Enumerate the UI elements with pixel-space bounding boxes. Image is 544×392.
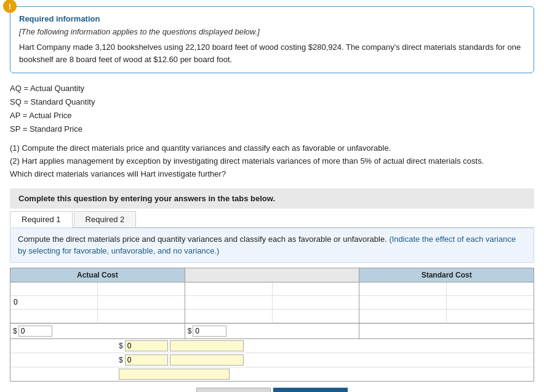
- standard-cell-3a: [359, 310, 447, 322]
- middle-total-row: $: [185, 323, 359, 338]
- middle-total-input[interactable]: [193, 326, 226, 337]
- tab-required1[interactable]: Required 1: [10, 211, 73, 228]
- actual-cell-1b: [98, 282, 185, 295]
- bottom-nav: < Required 1 Required 2 >: [10, 382, 534, 392]
- info-box-body: Hart Company made 3,120 bookshelves usin…: [19, 41, 525, 65]
- complete-bar: Complete this question by entering your …: [10, 188, 534, 209]
- variance-select-1[interactable]: [170, 340, 244, 351]
- standard-input-3b[interactable]: [449, 311, 532, 321]
- info-box: ! Required information [The following in…: [10, 6, 534, 73]
- actual-cell-3b: [98, 310, 185, 322]
- variance-inputs-1: $: [119, 340, 244, 351]
- variance-select-2[interactable]: [170, 354, 244, 366]
- middle-row-3: [185, 310, 359, 323]
- standard-cost-panel: Standard Cost: [359, 268, 534, 338]
- actual-input-2b[interactable]: [100, 297, 183, 307]
- middle-cell-3a: [185, 310, 273, 322]
- actual-total-row: $: [10, 323, 185, 338]
- middle-dollar-sign: $: [188, 327, 192, 335]
- standard-row-3: [359, 310, 534, 323]
- standard-total-row: [359, 323, 534, 338]
- middle-cell-2a: [185, 296, 273, 309]
- variance-row-3: [10, 367, 534, 381]
- middle-cell-2b: [273, 296, 359, 309]
- variance-inputs-2: $: [119, 354, 244, 366]
- variance-input-2[interactable]: [125, 354, 168, 366]
- instruction-line1: (1) Compute the direct materials price a…: [10, 142, 534, 155]
- actual-input-2a[interactable]: [12, 297, 95, 307]
- middle-cell-1b: [273, 282, 359, 295]
- standard-input-1b[interactable]: [449, 284, 532, 294]
- prev-button[interactable]: < Required 1: [196, 388, 271, 392]
- middle-panel: $: [185, 268, 360, 338]
- variance-row-2: $: [10, 353, 534, 367]
- variance-rows: $ $: [10, 339, 534, 382]
- variance-row-1: $: [10, 339, 534, 353]
- page-wrapper: ! Required information [The following in…: [0, 0, 544, 392]
- tab-instruction-prefix: Compute the direct materials price and q…: [18, 234, 387, 244]
- middle-input-2a[interactable]: [187, 297, 270, 307]
- legend-aq: AQ = Actual Quantity: [10, 82, 534, 95]
- info-box-title: Required information: [19, 14, 525, 23]
- standard-row-2: [359, 296, 534, 310]
- standard-row-1: [359, 282, 534, 296]
- legend-ap: AP = Actual Price: [10, 109, 534, 122]
- standard-input-2a[interactable]: [361, 297, 444, 307]
- actual-cell-3a: [10, 310, 98, 322]
- middle-input-1a[interactable]: [187, 284, 270, 294]
- actual-input-1a[interactable]: [12, 284, 95, 294]
- instruction-line2: (2) Hart applies management by exception…: [10, 155, 534, 168]
- actual-input-3a[interactable]: [12, 311, 95, 321]
- actual-dollar-sign: $: [13, 327, 17, 335]
- middle-input-3a[interactable]: [187, 311, 270, 321]
- actual-cost-header: Actual Cost: [10, 268, 185, 282]
- actual-input-1b[interactable]: [100, 284, 183, 294]
- standard-input-3a[interactable]: [361, 311, 444, 321]
- actual-total-input[interactable]: [18, 326, 52, 337]
- variance-dollar-1: $: [119, 342, 123, 350]
- actual-cost-panel: Actual Cost $: [10, 268, 185, 338]
- legend: AQ = Actual Quantity SQ = Standard Quant…: [10, 82, 534, 136]
- legend-sp: SP = Standard Price: [10, 122, 534, 136]
- standard-cell-1b: [447, 282, 534, 295]
- tab-required2[interactable]: Required 2: [74, 211, 137, 227]
- middle-cell-3b: [273, 310, 359, 322]
- standard-cost-header: Standard Cost: [359, 268, 534, 282]
- tabs-row: Required 1 Required 2: [10, 209, 534, 228]
- actual-cell-2b: [98, 296, 185, 309]
- actual-row-2: [10, 296, 185, 310]
- info-box-subtitle: [The following information applies to th…: [19, 27, 525, 36]
- instructions: (1) Compute the direct materials price a…: [10, 142, 534, 180]
- info-icon: !: [3, 0, 17, 13]
- standard-cell-2a: [359, 296, 447, 309]
- actual-row-1: [10, 282, 185, 296]
- middle-cell-1a: [185, 282, 273, 295]
- variance-inputs-3: [119, 369, 230, 380]
- tab-instruction: Compute the direct materials price and q…: [10, 228, 534, 263]
- middle-input-1b[interactable]: [274, 284, 358, 294]
- middle-input-3b[interactable]: [274, 311, 358, 321]
- actual-cell-2a: [10, 296, 98, 309]
- middle-row-2: [185, 296, 359, 310]
- middle-header: [185, 268, 359, 282]
- standard-cell-2b: [447, 296, 534, 309]
- middle-row-1: [185, 282, 359, 296]
- actual-cell-1a: [10, 282, 98, 295]
- next-button[interactable]: Required 2 >: [273, 388, 348, 392]
- standard-input-1a[interactable]: [361, 284, 444, 294]
- variance-input-1[interactable]: [125, 340, 168, 351]
- variance-dollar-2: $: [119, 356, 123, 364]
- standard-cell-1a: [359, 282, 447, 295]
- instruction-line3: Which direct materials variances will Ha…: [10, 168, 534, 181]
- standard-input-2b[interactable]: [449, 297, 532, 307]
- middle-input-2b[interactable]: [274, 297, 358, 307]
- actual-row-3: [10, 310, 185, 323]
- standard-cell-3b: [447, 310, 534, 322]
- actual-input-3b[interactable]: [100, 311, 183, 321]
- variance-input-3[interactable]: [119, 369, 230, 380]
- legend-sq: SQ = Standard Quantity: [10, 95, 534, 109]
- variance-table: Actual Cost $: [10, 268, 534, 339]
